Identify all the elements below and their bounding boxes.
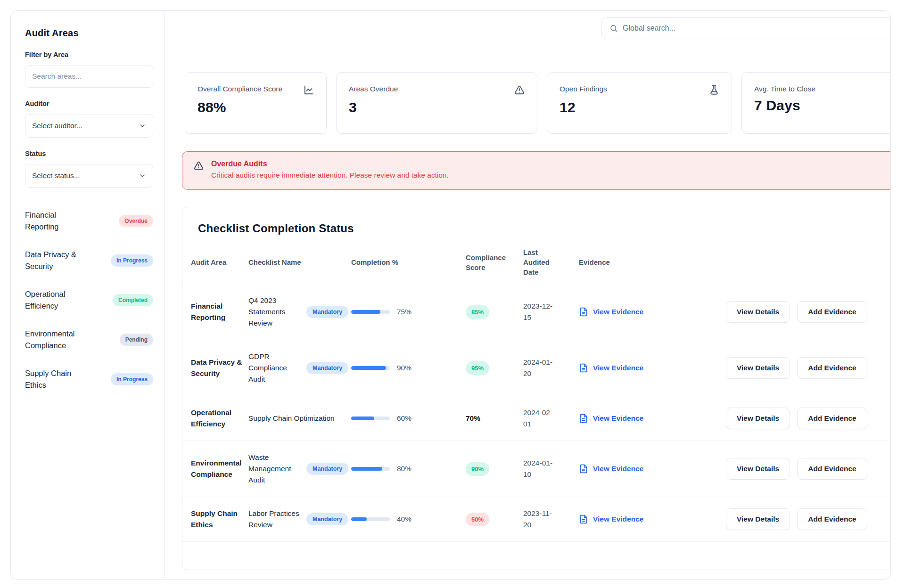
- audit-area-list: Financial Reporting Overdue Data Privacy…: [25, 209, 153, 391]
- kpi-label: Overall Compliance Score: [197, 85, 282, 93]
- column-header-last-audited-date: Last Audited Date: [523, 247, 554, 277]
- compliance-score-badge: 90%: [466, 462, 489, 476]
- search-areas-input[interactable]: Search areas...: [25, 65, 153, 88]
- last-audited-date: 2024-02-01: [523, 407, 554, 430]
- sidebar-item-supply-chain-ethics[interactable]: Supply Chain Ethics In Progress: [25, 368, 153, 391]
- last-audited-date: 2023-12-15: [523, 301, 554, 323]
- sidebar-title: Audit Areas: [25, 28, 153, 39]
- line-chart-icon: [304, 85, 314, 95]
- column-header-checklist-name: Checklist Name: [248, 257, 351, 267]
- kpi-value: 12: [559, 99, 719, 115]
- audit-area-cell: Financial Reporting: [191, 301, 244, 323]
- add-evidence-button[interactable]: Add Evidence: [797, 357, 867, 379]
- view-details-button[interactable]: View Details: [726, 458, 790, 480]
- add-evidence-button[interactable]: Add Evidence: [797, 301, 867, 323]
- warning-triangle-icon: [514, 85, 525, 95]
- table-body: Financial Reporting Q4 2023 Statements R…: [182, 284, 890, 542]
- view-details-button[interactable]: View Details: [726, 408, 790, 429]
- flask-icon: [709, 85, 719, 95]
- global-search-placeholder: Global search...: [623, 24, 675, 33]
- kpi-card-avg-time-to-close: Avg. Time to Close 7 Days: [741, 72, 890, 134]
- area-name: Data Privacy & Security: [25, 249, 91, 272]
- auditor-select-value: Select auditor...: [32, 122, 82, 130]
- file-text-icon: [579, 307, 588, 317]
- completion-percent: 60%: [397, 414, 411, 423]
- auditor-select[interactable]: Select auditor...: [25, 114, 153, 138]
- view-details-button[interactable]: View Details: [726, 301, 790, 323]
- audit-area-cell: Environmental Compliance: [191, 457, 244, 480]
- completion-percent: 80%: [397, 465, 411, 473]
- last-audited-date: 2023-11-20: [523, 508, 554, 531]
- table-row: Data Privacy & Security GDPR Compliance …: [182, 340, 890, 396]
- add-evidence-button[interactable]: Add Evidence: [797, 458, 867, 480]
- column-header-evidence: Evidence: [579, 257, 692, 267]
- kpi-cards: Overall Compliance Score 88% Areas Overd…: [185, 72, 890, 134]
- checklist-name: Supply Chain Optimization: [248, 413, 335, 424]
- global-search-input[interactable]: Global search...: [601, 17, 890, 39]
- view-details-button[interactable]: View Details: [726, 357, 790, 379]
- table-row: Operational Efficiency Supply Chain Opti…: [182, 396, 890, 441]
- view-evidence-label: View Evidence: [593, 515, 643, 523]
- table-row: Environmental Compliance Waste Managemen…: [182, 441, 890, 497]
- kpi-card-open-findings: Open Findings 12: [547, 72, 732, 134]
- kpi-label: Open Findings: [559, 85, 607, 93]
- chevron-down-icon: [139, 122, 146, 130]
- filter-by-area-label: Filter by Area: [25, 51, 153, 58]
- audit-area-cell: Supply Chain Ethics: [191, 508, 244, 531]
- search-areas-placeholder: Search areas...: [32, 72, 82, 81]
- alert-message: Critical audits require immediate attent…: [211, 171, 449, 180]
- checklist-name: GDPR Compliance Audit: [248, 351, 299, 385]
- view-evidence-link[interactable]: View Evidence: [579, 464, 692, 474]
- area-name: Environmental Compliance: [25, 328, 91, 351]
- view-details-button[interactable]: View Details: [726, 508, 790, 530]
- kpi-label: Areas Overdue: [349, 85, 398, 93]
- view-evidence-link[interactable]: View Evidence: [579, 414, 692, 423]
- completion-progress-bar: [351, 310, 390, 314]
- column-header-completion: Completion %: [351, 257, 466, 267]
- last-audited-date: 2024-01-20: [523, 357, 554, 379]
- audit-area-cell: Data Privacy & Security: [191, 357, 244, 379]
- view-evidence-link[interactable]: View Evidence: [579, 514, 692, 524]
- sidebar-item-environmental-compliance[interactable]: Environmental Compliance Pending: [25, 328, 153, 351]
- kpi-card-areas-overdue: Areas Overdue 3: [336, 72, 537, 134]
- warning-triangle-icon: [194, 161, 204, 171]
- mandatory-badge: Mandatory: [306, 362, 348, 374]
- view-evidence-link[interactable]: View Evidence: [579, 307, 692, 317]
- view-evidence-link[interactable]: View Evidence: [579, 363, 692, 373]
- column-header-audit-area: Audit Area: [191, 257, 248, 267]
- checklist-table-card: Checklist Completion Status Audit Area C…: [182, 207, 890, 570]
- auditor-label: Auditor: [25, 100, 153, 107]
- kpi-value: 3: [349, 99, 525, 115]
- compliance-score-badge: 50%: [466, 513, 489, 526]
- completion-progress-bar: [351, 517, 390, 521]
- compliance-score-badge: 85%: [466, 305, 489, 319]
- kpi-value: 88%: [197, 99, 314, 115]
- completion-percent: 40%: [397, 515, 411, 523]
- file-text-icon: [579, 514, 588, 524]
- add-evidence-button[interactable]: Add Evidence: [797, 408, 867, 429]
- mandatory-badge: Mandatory: [306, 463, 348, 475]
- status-select[interactable]: Select status...: [25, 164, 153, 188]
- chevron-down-icon: [139, 172, 146, 180]
- area-name: Operational Efficiency: [25, 288, 91, 312]
- sidebar-item-data-privacy-security[interactable]: Data Privacy & Security In Progress: [25, 249, 153, 272]
- overdue-audits-alert: Overdue Audits Critical audits require i…: [182, 151, 890, 190]
- audit-area-cell: Operational Efficiency: [191, 407, 244, 430]
- table-header-row: Audit Area Checklist Name Completion % C…: [182, 244, 890, 284]
- status-badge: Completed: [113, 294, 153, 306]
- status-select-value: Select status...: [32, 172, 80, 180]
- table-row: Financial Reporting Q4 2023 Statements R…: [182, 284, 890, 340]
- sidebar-item-operational-efficiency[interactable]: Operational Efficiency Completed: [25, 288, 153, 312]
- checklist-name: Waste Management Audit: [248, 452, 299, 486]
- status-badge: In Progress: [111, 254, 153, 267]
- search-icon: [609, 24, 618, 33]
- completion-percent: 75%: [397, 308, 411, 316]
- completion-progress-bar: [351, 416, 390, 420]
- add-evidence-button[interactable]: Add Evidence: [797, 508, 867, 530]
- completion-percent: 90%: [397, 364, 411, 372]
- status-badge: Pending: [120, 334, 153, 346]
- kpi-card-overall-compliance-score: Overall Compliance Score 88%: [185, 72, 327, 134]
- file-text-icon: [579, 414, 588, 423]
- sidebar-item-financial-reporting[interactable]: Financial Reporting Overdue: [25, 209, 153, 233]
- topbar: Global search...: [165, 11, 890, 46]
